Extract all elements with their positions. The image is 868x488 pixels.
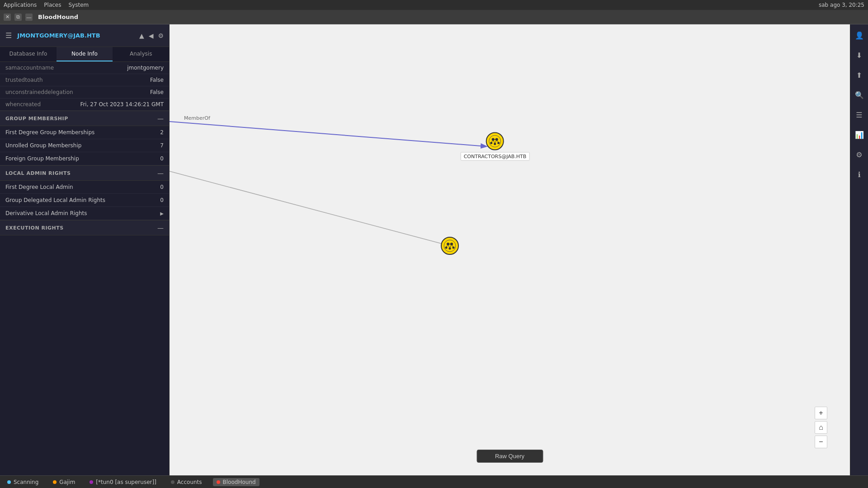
topbar: Applications Places System sab ago 3, 20…: [0, 0, 868, 10]
panel-header: ☰ JMONTGOMERY@JAB.HTB ▲ ◀ ⚙: [0, 24, 169, 47]
local-admin-rights-header[interactable]: LOCAL ADMIN RIGHTS —: [0, 165, 169, 181]
tabs: Database Info Node Info Analysis: [0, 47, 169, 62]
first-degree-local-admin[interactable]: First Degree Local Admin 0: [0, 181, 169, 194]
gajim-dot: [53, 480, 57, 484]
derivative-label: Derivative Local Admin Rights: [5, 210, 87, 216]
group-membership-header[interactable]: GROUP MEMBERSHIP —: [0, 111, 169, 126]
group-delegated-local-admin[interactable]: Group Delegated Local Admin Rights 0: [0, 194, 169, 207]
group-membership-title: GROUP MEMBERSHIP: [5, 116, 68, 122]
derivative-local-admin[interactable]: Derivative Local Admin Rights ▶: [0, 207, 169, 220]
sidebar-download-icon[interactable]: ⬇: [852, 48, 867, 62]
hamburger-icon[interactable]: ☰: [5, 31, 12, 40]
raw-query-bar: Raw Query: [476, 450, 543, 463]
panel-content: samaccountname jmontgomery trustedtoauth…: [0, 62, 169, 475]
zoom-home-button[interactable]: ⌂: [815, 421, 827, 434]
zoom-out-button[interactable]: −: [815, 436, 827, 448]
group-delegated-value: 0: [160, 197, 164, 203]
gajim-label: Gajim: [59, 479, 75, 485]
scanning-dot: [7, 480, 11, 484]
prop-unconstraineddelegation: unconstraineddelegation False: [0, 86, 169, 99]
sidebar-info-icon[interactable]: ℹ: [852, 167, 867, 182]
filter-icon[interactable]: ⚙: [158, 32, 164, 39]
topbar-left: Applications Places System: [4, 2, 89, 8]
node-bottom[interactable]: [441, 237, 459, 255]
menu-applications[interactable]: Applications: [4, 2, 37, 8]
restore-button[interactable]: ⧉: [14, 14, 22, 21]
bottombar: Scanning Gajim [*tun0 [as superuser]] Ac…: [0, 475, 868, 488]
minimize-button[interactable]: —: [25, 14, 33, 21]
sidebar-chart-icon[interactable]: 📊: [852, 127, 867, 142]
derivative-value: ▶: [160, 211, 164, 216]
prop-value-samaccountname: jmontgomery: [127, 65, 164, 71]
first-degree-local-admin-value: 0: [160, 184, 164, 190]
local-admin-rights-title: LOCAL ADMIN RIGHTS: [5, 170, 71, 176]
tab-database-info[interactable]: Database Info: [0, 47, 57, 61]
prop-label-unconstrained: unconstraineddelegation: [5, 89, 73, 95]
svg-line-0: [170, 122, 486, 146]
menu-places[interactable]: Places: [44, 2, 61, 8]
foreign-label: Foreign Group Membership: [5, 155, 79, 162]
taskbar-gajim[interactable]: Gajim: [49, 478, 79, 486]
unrolled-value: 7: [160, 142, 164, 149]
mark-icon[interactable]: ▲: [139, 32, 144, 39]
sidebar-upload-icon[interactable]: ⬆: [852, 68, 867, 82]
svg-point-13: [444, 240, 456, 252]
group-delegated-label: Group Delegated Local Admin Rights: [5, 197, 105, 203]
sidebar-list-icon[interactable]: ☰: [852, 108, 867, 122]
svg-line-1: [170, 171, 450, 246]
right-sidebar: 👤 ⬇ ⬆ 🔍 ☰ 📊 ⚙ ℹ: [850, 24, 868, 475]
taskbar-accounts[interactable]: Accounts: [167, 478, 206, 486]
scanning-label: Scanning: [14, 479, 38, 485]
unrolled-label: Unrolled Group Membership: [5, 142, 81, 149]
graph-canvas: MemberOf: [170, 24, 850, 475]
prop-whencreated: whencreated Fri, 27 Oct 2023 14:26:21 GM…: [0, 99, 169, 111]
local-admin-rights-toggle: —: [157, 169, 164, 177]
panel-header-icons: ▲ ◀ ⚙: [139, 32, 164, 39]
bloodhound-label: BloodHound: [223, 479, 256, 485]
zoom-in-button[interactable]: +: [815, 407, 827, 419]
close-button[interactable]: ✕: [4, 14, 11, 21]
prop-samaccountname: samaccountname jmontgomery: [0, 62, 169, 74]
windowbar: ✕ ⧉ — BloodHound: [0, 10, 868, 24]
execution-rights-toggle: —: [157, 224, 164, 231]
zoom-controls: + ⌂ −: [815, 407, 827, 448]
left-panel: ☰ JMONTGOMERY@JAB.HTB ▲ ◀ ⚙ Database Inf…: [0, 24, 170, 475]
node-contractors-icon: [486, 132, 504, 150]
sidebar-user-add-icon[interactable]: 👤: [852, 28, 867, 42]
execution-rights-header[interactable]: EXECUTION RIGHTS —: [0, 220, 169, 235]
prop-label-whencreated: whencreated: [5, 101, 41, 108]
window-controls: ✕ ⧉ —: [4, 14, 33, 21]
prop-trustedtoauth: trustedtoauth False: [0, 74, 169, 86]
bloodhound-dot: [217, 480, 220, 484]
taskbar-bloodhound[interactable]: BloodHound: [213, 478, 259, 486]
node-contractors[interactable]: CONTRACTORS@JAB.HTB: [461, 132, 530, 161]
first-degree-value: 2: [160, 129, 164, 136]
prop-value-whencreated: Fri, 27 Oct 2023 14:26:21 GMT: [80, 101, 164, 108]
tun0-dot: [90, 480, 93, 484]
sidebar-search-icon[interactable]: 🔍: [852, 88, 867, 102]
first-degree-label: First Degree Group Memberships: [5, 129, 94, 136]
execution-rights-title: EXECUTION RIGHTS: [5, 225, 64, 231]
menu-system[interactable]: System: [68, 2, 89, 8]
derivative-arrow-icon: ▶: [160, 211, 164, 216]
unrolled-group-membership[interactable]: Unrolled Group Membership 7: [0, 139, 169, 152]
taskbar-tun0[interactable]: [*tun0 [as superuser]]: [86, 478, 160, 486]
taskbar-scanning[interactable]: Scanning: [4, 478, 42, 486]
foreign-value: 0: [160, 155, 164, 162]
tab-node-info[interactable]: Node Info: [57, 47, 113, 61]
accounts-dot: [171, 480, 175, 484]
first-degree-group-memberships[interactable]: First Degree Group Memberships 2: [0, 126, 169, 139]
node-contractors-label: CONTRACTORS@JAB.HTB: [461, 152, 530, 161]
foreign-group-membership[interactable]: Foreign Group Membership 0: [0, 152, 169, 165]
panel-title: JMONTGOMERY@JAB.HTB: [17, 32, 134, 39]
prop-value-unconstrained: False: [150, 89, 164, 95]
raw-query-button[interactable]: Raw Query: [476, 450, 543, 463]
sidebar-gear-icon[interactable]: ⚙: [852, 147, 867, 162]
back-icon[interactable]: ◀: [149, 32, 154, 39]
node-bottom-icon: [441, 237, 459, 255]
prop-label-trustedtoauth: trustedtoauth: [5, 77, 43, 83]
tun0-label: [*tun0 [as superuser]]: [96, 479, 156, 485]
accounts-label: Accounts: [177, 479, 202, 485]
first-degree-local-admin-label: First Degree Local Admin: [5, 184, 73, 190]
tab-analysis[interactable]: Analysis: [113, 47, 169, 61]
